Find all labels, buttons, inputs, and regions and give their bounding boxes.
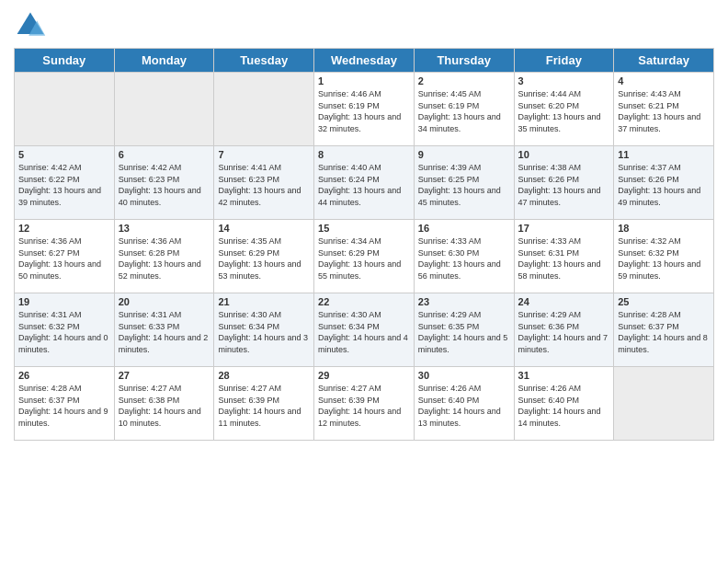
day-info: Sunrise: 4:28 AMSunset: 6:37 PMDaylight:… (618, 309, 710, 355)
day-info: Sunrise: 4:30 AMSunset: 6:34 PMDaylight:… (218, 309, 310, 355)
calendar-cell: 27 Sunrise: 4:27 AMSunset: 6:38 PMDaylig… (114, 367, 214, 441)
calendar-cell: 1 Sunrise: 4:46 AMSunset: 6:19 PMDayligh… (314, 73, 415, 146)
week-row-3: 12 Sunrise: 4:36 AMSunset: 6:27 PMDaylig… (15, 220, 714, 293)
calendar-cell: 11 Sunrise: 4:37 AMSunset: 6:26 PMDaylig… (614, 146, 714, 220)
calendar-cell: 9 Sunrise: 4:39 AMSunset: 6:25 PMDayligh… (414, 146, 514, 220)
calendar-cell: 31 Sunrise: 4:26 AMSunset: 6:40 PMDaylig… (514, 367, 614, 441)
day-info: Sunrise: 4:39 AMSunset: 6:25 PMDaylight:… (418, 162, 510, 208)
day-number: 15 (318, 223, 410, 234)
day-info: Sunrise: 4:40 AMSunset: 6:24 PMDaylight:… (318, 162, 410, 208)
day-info: Sunrise: 4:29 AMSunset: 6:36 PMDaylight:… (518, 309, 610, 355)
day-info: Sunrise: 4:27 AMSunset: 6:39 PMDaylight:… (318, 383, 410, 429)
day-number: 23 (418, 296, 510, 307)
day-number: 12 (18, 223, 110, 234)
day-number: 25 (618, 296, 710, 307)
day-info: Sunrise: 4:27 AMSunset: 6:38 PMDaylight:… (119, 383, 210, 429)
day-number: 9 (418, 149, 510, 160)
calendar-cell: 2 Sunrise: 4:45 AMSunset: 6:19 PMDayligh… (414, 73, 514, 146)
day-info: Sunrise: 4:26 AMSunset: 6:40 PMDaylight:… (518, 383, 610, 429)
week-row-2: 5 Sunrise: 4:42 AMSunset: 6:22 PMDayligh… (15, 146, 714, 220)
day-number: 24 (518, 296, 610, 307)
week-row-4: 19 Sunrise: 4:31 AMSunset: 6:32 PMDaylig… (15, 293, 714, 367)
day-number: 29 (318, 370, 410, 381)
day-info: Sunrise: 4:35 AMSunset: 6:29 PMDaylight:… (218, 236, 310, 282)
day-info: Sunrise: 4:38 AMSunset: 6:26 PMDaylight:… (518, 162, 610, 208)
logo-icon (14, 9, 47, 42)
day-number: 13 (119, 223, 210, 234)
calendar-cell: 30 Sunrise: 4:26 AMSunset: 6:40 PMDaylig… (414, 367, 514, 441)
day-header-tuesday: Tuesday (214, 49, 314, 73)
calendar-cell: 14 Sunrise: 4:35 AMSunset: 6:29 PMDaylig… (214, 220, 314, 293)
week-row-1: 1 Sunrise: 4:46 AMSunset: 6:19 PMDayligh… (15, 73, 714, 146)
day-info: Sunrise: 4:42 AMSunset: 6:23 PMDaylight:… (119, 162, 210, 208)
day-info: Sunrise: 4:33 AMSunset: 6:31 PMDaylight:… (518, 236, 610, 282)
calendar-cell: 5 Sunrise: 4:42 AMSunset: 6:22 PMDayligh… (15, 146, 115, 220)
calendar-cell: 13 Sunrise: 4:36 AMSunset: 6:28 PMDaylig… (114, 220, 214, 293)
day-header-wednesday: Wednesday (314, 49, 415, 73)
calendar-cell: 4 Sunrise: 4:43 AMSunset: 6:21 PMDayligh… (614, 73, 714, 146)
day-info: Sunrise: 4:36 AMSunset: 6:28 PMDaylight:… (119, 236, 210, 282)
day-info: Sunrise: 4:33 AMSunset: 6:30 PMDaylight:… (418, 236, 510, 282)
logo (14, 9, 51, 42)
day-number: 30 (418, 370, 510, 381)
calendar-cell: 18 Sunrise: 4:32 AMSunset: 6:32 PMDaylig… (614, 220, 714, 293)
calendar-table: SundayMondayTuesdayWednesdayThursdayFrid… (14, 48, 714, 441)
day-header-thursday: Thursday (414, 49, 514, 73)
day-number: 16 (418, 223, 510, 234)
calendar-cell: 23 Sunrise: 4:29 AMSunset: 6:35 PMDaylig… (414, 293, 514, 367)
day-info: Sunrise: 4:44 AMSunset: 6:20 PMDaylight:… (518, 88, 610, 134)
day-info: Sunrise: 4:46 AMSunset: 6:19 PMDaylight:… (318, 88, 410, 134)
day-number: 27 (119, 370, 210, 381)
day-number: 11 (618, 149, 710, 160)
calendar-cell: 29 Sunrise: 4:27 AMSunset: 6:39 PMDaylig… (314, 367, 415, 441)
day-header-sunday: Sunday (15, 49, 115, 73)
day-info: Sunrise: 4:41 AMSunset: 6:23 PMDaylight:… (218, 162, 310, 208)
calendar-cell: 12 Sunrise: 4:36 AMSunset: 6:27 PMDaylig… (15, 220, 115, 293)
day-number: 8 (318, 149, 410, 160)
calendar-cell: 16 Sunrise: 4:33 AMSunset: 6:30 PMDaylig… (414, 220, 514, 293)
day-info: Sunrise: 4:37 AMSunset: 6:26 PMDaylight:… (618, 162, 710, 208)
day-info: Sunrise: 4:42 AMSunset: 6:22 PMDaylight:… (18, 162, 110, 208)
calendar-cell: 8 Sunrise: 4:40 AMSunset: 6:24 PMDayligh… (314, 146, 415, 220)
calendar-cell: 10 Sunrise: 4:38 AMSunset: 6:26 PMDaylig… (514, 146, 614, 220)
day-number: 2 (418, 75, 510, 86)
calendar-cell: 15 Sunrise: 4:34 AMSunset: 6:29 PMDaylig… (314, 220, 415, 293)
calendar-cell: 26 Sunrise: 4:28 AMSunset: 6:37 PMDaylig… (15, 367, 115, 441)
day-info: Sunrise: 4:29 AMSunset: 6:35 PMDaylight:… (418, 309, 510, 355)
calendar-cell (15, 73, 115, 146)
day-number: 20 (119, 296, 210, 307)
week-row-5: 26 Sunrise: 4:28 AMSunset: 6:37 PMDaylig… (15, 367, 714, 441)
day-number: 26 (18, 370, 110, 381)
header-row: SundayMondayTuesdayWednesdayThursdayFrid… (15, 49, 714, 73)
day-number: 5 (18, 149, 110, 160)
day-info: Sunrise: 4:26 AMSunset: 6:40 PMDaylight:… (418, 383, 510, 429)
day-number: 21 (218, 296, 310, 307)
calendar-cell: 19 Sunrise: 4:31 AMSunset: 6:32 PMDaylig… (15, 293, 115, 367)
day-number: 7 (218, 149, 310, 160)
day-info: Sunrise: 4:36 AMSunset: 6:27 PMDaylight:… (18, 236, 110, 282)
day-header-monday: Monday (114, 49, 214, 73)
day-number: 31 (518, 370, 610, 381)
calendar-cell (114, 73, 214, 146)
day-info: Sunrise: 4:32 AMSunset: 6:32 PMDaylight:… (618, 236, 710, 282)
day-number: 3 (518, 75, 610, 86)
day-info: Sunrise: 4:28 AMSunset: 6:37 PMDaylight:… (18, 383, 110, 429)
day-number: 6 (119, 149, 210, 160)
calendar-cell: 7 Sunrise: 4:41 AMSunset: 6:23 PMDayligh… (214, 146, 314, 220)
day-info: Sunrise: 4:30 AMSunset: 6:34 PMDaylight:… (318, 309, 410, 355)
calendar-cell: 20 Sunrise: 4:31 AMSunset: 6:33 PMDaylig… (114, 293, 214, 367)
calendar-cell: 25 Sunrise: 4:28 AMSunset: 6:37 PMDaylig… (614, 293, 714, 367)
day-number: 14 (218, 223, 310, 234)
calendar-cell: 17 Sunrise: 4:33 AMSunset: 6:31 PMDaylig… (514, 220, 614, 293)
calendar-cell: 22 Sunrise: 4:30 AMSunset: 6:34 PMDaylig… (314, 293, 415, 367)
day-header-saturday: Saturday (614, 49, 714, 73)
day-number: 17 (518, 223, 610, 234)
calendar-cell: 3 Sunrise: 4:44 AMSunset: 6:20 PMDayligh… (514, 73, 614, 146)
day-info: Sunrise: 4:43 AMSunset: 6:21 PMDaylight:… (618, 88, 710, 134)
header (14, 9, 714, 42)
day-info: Sunrise: 4:27 AMSunset: 6:39 PMDaylight:… (218, 383, 310, 429)
day-info: Sunrise: 4:31 AMSunset: 6:33 PMDaylight:… (119, 309, 210, 355)
day-number: 10 (518, 149, 610, 160)
day-number: 1 (318, 75, 410, 86)
calendar-cell: 21 Sunrise: 4:30 AMSunset: 6:34 PMDaylig… (214, 293, 314, 367)
